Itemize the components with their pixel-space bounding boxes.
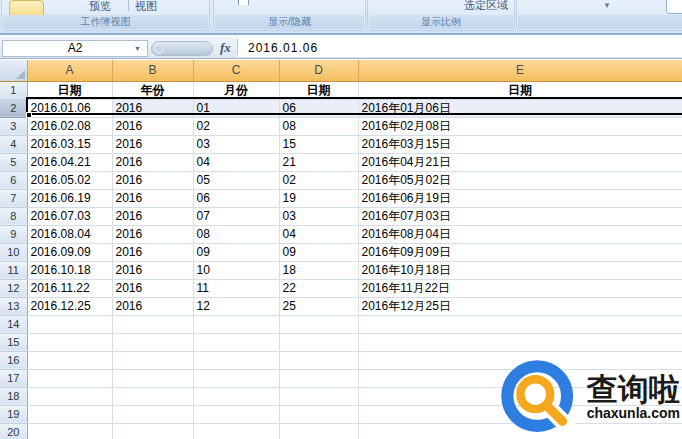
cell-E6[interactable]: 2016年05月02日	[358, 171, 682, 189]
preview-button[interactable]: 预览	[89, 0, 111, 14]
cell-C18[interactable]	[193, 387, 279, 405]
row-header-16[interactable]: 16	[0, 351, 27, 369]
column-header-A[interactable]: A	[27, 60, 112, 81]
cell-A12[interactable]: 2016.11.22	[27, 279, 112, 297]
cell-A13[interactable]: 2016.12.25	[27, 297, 112, 315]
name-box[interactable]: A2	[2, 40, 148, 57]
cell-E7[interactable]: 2016年06月19日	[358, 189, 682, 207]
cell-A10[interactable]: 2016.09.09	[27, 243, 112, 261]
cell-D2[interactable]: 06	[279, 99, 358, 117]
cell-C10[interactable]: 09	[193, 243, 279, 261]
column-header-E[interactable]: E	[358, 60, 682, 81]
cell-C6[interactable]: 05	[193, 171, 279, 189]
column-header-D[interactable]: D	[279, 60, 358, 81]
cell-A2[interactable]: 2016.01.06	[27, 99, 112, 117]
cell-E11[interactable]: 2016年10月18日	[358, 261, 682, 279]
row-header-17[interactable]: 17	[0, 369, 27, 387]
zoom-to-selection-button[interactable]: 选定区域	[464, 0, 508, 13]
row-header-3[interactable]: 3	[0, 117, 27, 135]
cell-D3[interactable]: 08	[279, 117, 358, 135]
cell-C12[interactable]: 11	[193, 279, 279, 297]
cell-D18[interactable]	[279, 387, 358, 405]
cell-B18[interactable]	[112, 387, 193, 405]
cell-A8[interactable]: 2016.07.03	[27, 207, 112, 225]
cell-C14[interactable]	[193, 315, 279, 333]
cell-A19[interactable]	[27, 405, 112, 423]
cell-E5[interactable]: 2016年04月21日	[358, 153, 682, 171]
cell-C19[interactable]	[193, 405, 279, 423]
cell-D20[interactable]	[279, 423, 358, 439]
cell-C20[interactable]	[193, 423, 279, 439]
select-all-corner[interactable]	[0, 60, 27, 81]
row-header-2[interactable]: 2	[0, 99, 27, 117]
cell-E15[interactable]	[358, 333, 682, 351]
ribbon-right-box[interactable]	[666, 0, 682, 14]
formula-input[interactable]: 2016.01.06	[238, 38, 682, 57]
cell-B2[interactable]: 2016	[112, 99, 193, 117]
cell-D13[interactable]: 25	[279, 297, 358, 315]
cell-A1[interactable]: 日期	[27, 81, 112, 99]
row-header-20[interactable]: 20	[0, 423, 27, 439]
cell-E3[interactable]: 2016年02月08日	[358, 117, 682, 135]
row-header-1[interactable]: 1	[0, 81, 27, 99]
cell-C15[interactable]	[193, 333, 279, 351]
cell-D10[interactable]: 09	[279, 243, 358, 261]
cell-B6[interactable]: 2016	[112, 171, 193, 189]
cell-B15[interactable]	[112, 333, 193, 351]
cell-D11[interactable]: 18	[279, 261, 358, 279]
cell-B19[interactable]	[112, 405, 193, 423]
column-header-C[interactable]: C	[193, 60, 279, 81]
cell-B14[interactable]	[112, 315, 193, 333]
cell-D7[interactable]: 19	[279, 189, 358, 207]
row-header-13[interactable]: 13	[0, 297, 27, 315]
cell-B1[interactable]: 年份	[112, 81, 193, 99]
cell-D16[interactable]	[279, 351, 358, 369]
cell-B5[interactable]: 2016	[112, 153, 193, 171]
cell-D6[interactable]: 02	[279, 171, 358, 189]
row-header-14[interactable]: 14	[0, 315, 27, 333]
cell-A4[interactable]: 2016.03.15	[27, 135, 112, 153]
cell-E13[interactable]: 2016年12月25日	[358, 297, 682, 315]
cell-A6[interactable]: 2016.05.02	[27, 171, 112, 189]
cell-C8[interactable]: 07	[193, 207, 279, 225]
cell-E9[interactable]: 2016年08月04日	[358, 225, 682, 243]
view-button[interactable]: 视图	[135, 0, 157, 14]
row-header-19[interactable]: 19	[0, 405, 27, 423]
row-header-15[interactable]: 15	[0, 333, 27, 351]
cell-C9[interactable]: 08	[193, 225, 279, 243]
cell-A14[interactable]	[27, 315, 112, 333]
cell-C11[interactable]: 10	[193, 261, 279, 279]
cell-C7[interactable]: 06	[193, 189, 279, 207]
cell-B7[interactable]: 2016	[112, 189, 193, 207]
cell-C3[interactable]: 02	[193, 117, 279, 135]
cell-A5[interactable]: 2016.04.21	[27, 153, 112, 171]
row-header-18[interactable]: 18	[0, 387, 27, 405]
row-header-9[interactable]: 9	[0, 225, 27, 243]
cell-E14[interactable]	[358, 315, 682, 333]
row-header-4[interactable]: 4	[0, 135, 27, 153]
cell-E2[interactable]: 2016年01月06日	[358, 99, 682, 117]
cell-D19[interactable]	[279, 405, 358, 423]
row-header-12[interactable]: 12	[0, 279, 27, 297]
cell-B20[interactable]	[112, 423, 193, 439]
cell-B12[interactable]: 2016	[112, 279, 193, 297]
cell-C1[interactable]: 月份	[193, 81, 279, 99]
cell-D5[interactable]: 21	[279, 153, 358, 171]
show-hide-checkbox[interactable]	[238, 0, 249, 5]
cell-D4[interactable]: 15	[279, 135, 358, 153]
row-header-6[interactable]: 6	[0, 171, 27, 189]
row-header-11[interactable]: 11	[0, 261, 27, 279]
cell-B11[interactable]: 2016	[112, 261, 193, 279]
cell-C2[interactable]: 01	[193, 99, 279, 117]
cell-B16[interactable]	[112, 351, 193, 369]
cell-C16[interactable]	[193, 351, 279, 369]
cell-E12[interactable]: 2016年11月22日	[358, 279, 682, 297]
cell-B10[interactable]: 2016	[112, 243, 193, 261]
row-header-10[interactable]: 10	[0, 243, 27, 261]
cell-A17[interactable]	[27, 369, 112, 387]
cell-B9[interactable]: 2016	[112, 225, 193, 243]
row-header-8[interactable]: 8	[0, 207, 27, 225]
cell-A16[interactable]	[27, 351, 112, 369]
cell-A7[interactable]: 2016.06.19	[27, 189, 112, 207]
cell-D17[interactable]	[279, 369, 358, 387]
